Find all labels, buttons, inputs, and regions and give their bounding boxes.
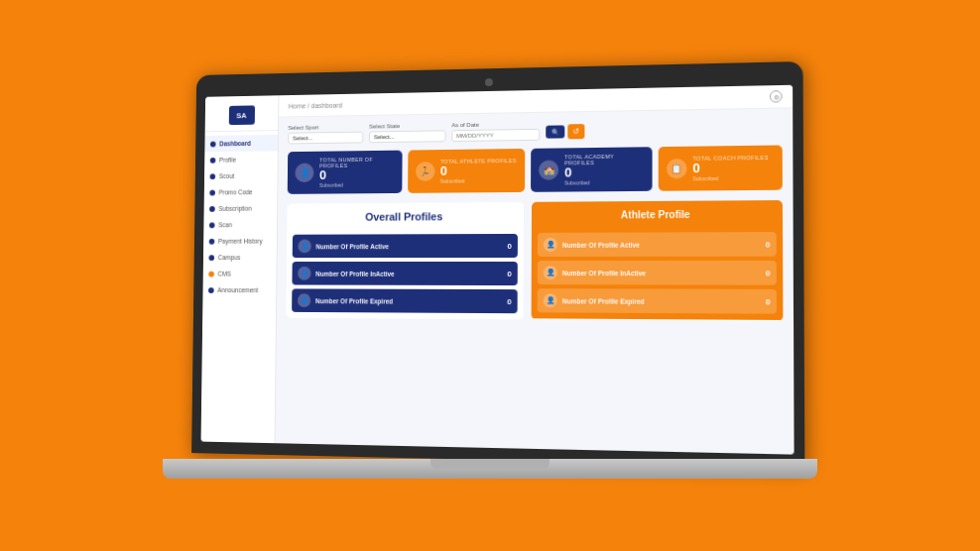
- search-button[interactable]: 🔍: [546, 125, 564, 138]
- laptop-screen: SA Dashboard Profile Scout Promo Code: [201, 85, 795, 455]
- athlete-expired-value: 0: [766, 297, 771, 306]
- overall-expired-value: 0: [507, 297, 511, 306]
- stat-card-total-profiles: 👤 TOTAL NUMBER OF PROFILES 0 Subscribed: [288, 151, 402, 195]
- breadcrumb: Home / dashboard: [289, 101, 343, 109]
- academy-profiles-number: 0: [564, 165, 644, 180]
- athlete-active-label: Number Of Profile Active: [562, 241, 760, 249]
- sidebar-item-payment-history[interactable]: Payment History: [203, 233, 277, 250]
- athlete-expired-row: 👤 Number Of Profile Expired 0: [538, 288, 777, 314]
- athlete-active-value: 0: [766, 240, 771, 249]
- state-filter-group: Select State Select...: [369, 122, 446, 143]
- laptop-base: [163, 459, 817, 479]
- laptop-base-notch: [430, 459, 550, 469]
- page-body: Select Sport Select... Select State Sele…: [276, 108, 795, 454]
- coach-profiles-title: TOTAL COACH PROFILES: [692, 155, 768, 162]
- sidebar-dot-scout: [210, 173, 216, 179]
- total-profiles-icon: 👤: [295, 164, 313, 183]
- sport-label: Select Sport: [288, 124, 363, 131]
- academy-profiles-sub: Subscribed: [564, 179, 644, 186]
- athlete-expired-label: Number Of Profile Expired: [562, 297, 761, 305]
- dashboard-panels: Overall Profiles 👤 Number Of Profile Act…: [286, 200, 783, 321]
- overall-inactive-icon: 👤: [298, 267, 310, 280]
- sidebar-item-announcement[interactable]: Announcement: [202, 281, 276, 298]
- sidebar-dot-cms: [208, 271, 214, 276]
- total-profiles-info: TOTAL NUMBER OF PROFILES 0 Subscribed: [319, 157, 394, 188]
- academy-profiles-icon: 🏫: [539, 161, 558, 180]
- date-label: As of Date: [451, 121, 540, 128]
- athlete-inactive-icon: 👤: [544, 266, 557, 279]
- sidebar-dot-dashboard: [210, 141, 216, 147]
- coach-profiles-info: TOTAL COACH PROFILES 0 Subscribed: [692, 155, 768, 182]
- athlete-active-icon: 👤: [544, 238, 557, 252]
- sidebar-dot-payment: [209, 238, 215, 244]
- overall-expired-icon: 👤: [298, 294, 310, 308]
- overall-profiles-body: 👤 Number Of Profile Active 0 👤 Number Of…: [286, 228, 524, 319]
- filter-buttons: 🔍 ↺: [546, 124, 584, 140]
- academy-profiles-info: TOTAL ACADEMY PROFILES 0 Subscribed: [564, 153, 644, 185]
- athlete-inactive-row: 👤 Number Of Profile InActive 0: [538, 261, 777, 285]
- sidebar-item-scan[interactable]: Scan: [203, 216, 277, 233]
- athlete-profiles-info: TOTAL ATHLETE PROFILES 0 Subscribed: [440, 158, 517, 184]
- stat-card-athlete-profiles: 🏃 TOTAL ATHLETE PROFILES 0 Subscribed: [408, 149, 526, 193]
- athlete-inactive-label: Number Of Profile InActive: [562, 270, 761, 276]
- state-label: Select State: [369, 122, 445, 129]
- overall-profiles-header: Overall Profiles: [287, 202, 524, 229]
- athlete-profile-body: 👤 Number Of Profile Active 0 👤 Number Of…: [532, 226, 784, 320]
- date-filter-group: As of Date: [451, 121, 540, 142]
- sidebar-item-subscription[interactable]: Subscription: [204, 200, 278, 217]
- overall-active-label: Number Of Profile Active: [315, 243, 502, 250]
- sport-filter-group: Select Sport Select...: [288, 124, 363, 145]
- athlete-profiles-title: TOTAL ATHLETE PROFILES: [440, 158, 517, 165]
- sidebar-item-dashboard[interactable]: Dashboard: [204, 135, 278, 152]
- gear-icon[interactable]: ⚙: [770, 90, 783, 103]
- overall-expired-row: 👤 Number Of Profile Expired 0: [292, 289, 518, 314]
- athlete-profiles-sub: Subscribed: [440, 177, 517, 184]
- main-content: Home / dashboard ⚙ Select Sport Select..…: [276, 85, 795, 455]
- total-profiles-number: 0: [319, 167, 394, 182]
- athlete-profiles-icon: 🏃: [415, 162, 434, 181]
- athlete-expired-icon: 👤: [544, 294, 557, 308]
- refresh-button[interactable]: ↺: [567, 124, 584, 139]
- sidebar-item-scout[interactable]: Scout: [204, 167, 278, 184]
- coach-profiles-sub: Subscribed: [692, 175, 768, 182]
- academy-profiles-title: TOTAL ACADEMY PROFILES: [564, 153, 644, 165]
- sidebar: SA Dashboard Profile Scout Promo Code: [201, 95, 280, 443]
- app-logo: SA: [228, 105, 254, 125]
- stat-cards: 👤 TOTAL NUMBER OF PROFILES 0 Subscribed …: [288, 145, 783, 194]
- total-profiles-title: TOTAL NUMBER OF PROFILES: [319, 157, 394, 169]
- laptop-screen-shell: SA Dashboard Profile Scout Promo Code: [191, 61, 804, 467]
- sidebar-dot-scan: [209, 222, 215, 228]
- filter-row: Select Sport Select... Select State Sele…: [288, 117, 782, 145]
- sidebar-logo: SA: [205, 99, 279, 132]
- overall-inactive-value: 0: [507, 270, 511, 278]
- stat-card-academy-profiles: 🏫 TOTAL ACADEMY PROFILES 0 Subscribed: [531, 147, 652, 192]
- date-input[interactable]: [451, 129, 540, 142]
- sidebar-dot-promo: [209, 189, 215, 195]
- sidebar-item-cms[interactable]: CMS: [203, 266, 277, 282]
- sport-select[interactable]: Select...: [288, 132, 363, 145]
- sidebar-dot-subscription: [209, 206, 215, 212]
- laptop-camera: [485, 78, 493, 86]
- sidebar-dot-announcement: [208, 287, 214, 293]
- sidebar-dot-campus: [208, 255, 214, 261]
- total-profiles-sub: Subscribed: [319, 181, 394, 188]
- overall-active-value: 0: [507, 242, 511, 251]
- sidebar-item-promo-code[interactable]: Promo Code: [204, 183, 278, 200]
- sidebar-item-profile[interactable]: Profile: [204, 151, 278, 167]
- athlete-active-row: 👤 Number Of Profile Active 0: [538, 232, 777, 257]
- overall-profiles-panel: Overall Profiles 👤 Number Of Profile Act…: [286, 202, 524, 319]
- athlete-profile-panel: Athlete Profile 👤 Number Of Profile Acti…: [532, 200, 784, 321]
- athlete-profile-header: Athlete Profile: [532, 200, 783, 227]
- athlete-profiles-number: 0: [440, 164, 517, 178]
- coach-profiles-number: 0: [692, 161, 768, 175]
- laptop-mockup: SA Dashboard Profile Scout Promo Code: [163, 67, 817, 494]
- state-select[interactable]: Select...: [369, 130, 446, 143]
- athlete-profile-title: Athlete Profile: [542, 209, 772, 221]
- overall-profiles-title: Overall Profiles: [297, 210, 514, 223]
- stat-card-coach-profiles: 📋 TOTAL COACH PROFILES 0 Subscribed: [658, 145, 783, 191]
- coach-profiles-icon: 📋: [666, 159, 686, 179]
- sidebar-item-campus[interactable]: Campus: [203, 249, 277, 266]
- sidebar-dot-profile: [210, 157, 216, 163]
- overall-inactive-label: Number Of Profile InActive: [315, 271, 502, 277]
- athlete-inactive-value: 0: [766, 269, 771, 277]
